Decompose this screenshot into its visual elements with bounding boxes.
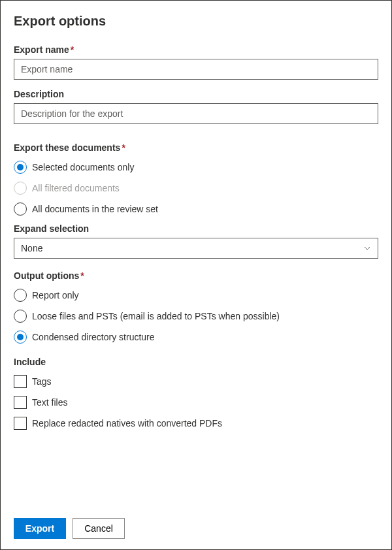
radio-report-only[interactable]: Report only — [14, 289, 378, 302]
page-title: Export options — [14, 14, 378, 29]
radio-filtered-documents: All filtered documents — [14, 182, 378, 195]
include-section-label: Include — [14, 357, 378, 367]
checkbox-icon — [14, 396, 27, 409]
export-name-input[interactable] — [14, 59, 378, 80]
radio-label: All documents in the review set — [32, 204, 158, 214]
radio-icon — [14, 202, 27, 216]
dropdown-value: None — [21, 243, 42, 253]
checkbox-label: Replace redacted natives with converted … — [32, 418, 222, 429]
radio-label: Report only — [32, 290, 79, 300]
checkbox-replace-redacted[interactable]: Replace redacted natives with converted … — [14, 417, 378, 430]
chevron-down-icon — [363, 244, 371, 252]
checkbox-icon — [14, 375, 27, 388]
checkbox-text-files[interactable]: Text files — [14, 396, 378, 409]
footer-actions: Export Cancel — [14, 518, 125, 539]
radio-all-documents[interactable]: All documents in the review set — [14, 202, 378, 216]
expand-selection-dropdown[interactable]: None — [14, 238, 378, 259]
output-section-label: Output options* — [14, 270, 378, 281]
required-marker: * — [122, 142, 125, 153]
description-input[interactable] — [14, 103, 378, 124]
documents-section-label: Export these documents* — [14, 142, 378, 153]
radio-icon — [14, 182, 27, 195]
radio-selected-documents[interactable]: Selected documents only — [14, 161, 378, 174]
radio-label: Condensed directory structure — [32, 332, 155, 342]
radio-label: Loose files and PSTs (email is added to … — [32, 311, 280, 321]
radio-icon — [14, 331, 27, 344]
required-marker: * — [80, 270, 84, 281]
description-label: Description — [14, 89, 378, 99]
radio-condensed-directory[interactable]: Condensed directory structure — [14, 331, 378, 344]
radio-icon — [14, 310, 27, 323]
radio-icon — [14, 161, 27, 174]
checkbox-icon — [14, 417, 27, 430]
expand-selection-label: Expand selection — [14, 223, 378, 234]
checkbox-label: Tags — [32, 376, 52, 387]
radio-loose-files[interactable]: Loose files and PSTs (email is added to … — [14, 310, 378, 323]
checkbox-tags[interactable]: Tags — [14, 375, 378, 388]
export-button[interactable]: Export — [14, 518, 66, 539]
radio-icon — [14, 289, 27, 302]
cancel-button[interactable]: Cancel — [73, 518, 125, 539]
radio-label: Selected documents only — [32, 162, 134, 172]
export-name-label: Export name* — [14, 44, 378, 55]
radio-label: All filtered documents — [32, 183, 120, 193]
checkbox-label: Text files — [32, 397, 67, 408]
required-marker: * — [71, 44, 74, 55]
